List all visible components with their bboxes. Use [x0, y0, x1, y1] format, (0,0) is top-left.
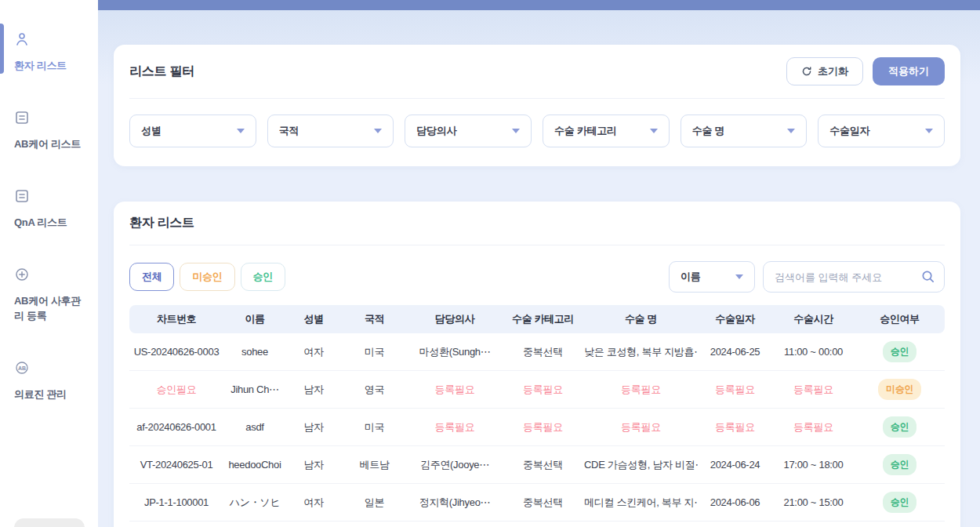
patient-list-title: 환자 리스트: [129, 215, 194, 231]
table-cell: 11:00 ~ 00:00: [772, 346, 855, 358]
table-cell: 남자: [286, 420, 341, 434]
table-cell: US-20240626-0003: [129, 346, 223, 358]
table-cell: asdf: [223, 421, 286, 433]
table-cell: 미국: [341, 345, 408, 359]
filter-dropdown-row: 성별국적담당의사수술 카테고리수술 명수술일자: [129, 99, 945, 166]
table-cell: 김주연(Jooye⋯: [408, 458, 502, 472]
table-row[interactable]: JP-1-1-100001ハン・ソヒ여자일본정지혁(Jihyeo⋯중복선택메디컬…: [129, 484, 945, 522]
sidebar-item-abcare-aftercare-register[interactable]: AB케어 사후관리 등록: [14, 267, 90, 325]
chevron-down-icon: [787, 129, 795, 133]
list-icon: [14, 110, 90, 129]
table-cell: 2024-06-06: [698, 496, 772, 508]
table-cell: 낮은 코성형, 복부 지방흡⋯: [584, 345, 698, 359]
dropdown-label: 수술일자: [829, 124, 869, 138]
svg-text:AB: AB: [18, 365, 26, 371]
sidebar: 환자 리스트 AB케어 리스트 QnA 리스트 AB케어 사후관리 등록 AB …: [0, 0, 98, 527]
dropdown-label: 담당의사: [416, 124, 456, 138]
table-cell: sohee: [223, 346, 286, 358]
table-cell: 2024-06-24: [698, 459, 772, 471]
table-cell: 남자: [286, 383, 341, 397]
table-cell: 등록필요: [698, 420, 772, 434]
filter-dropdown[interactable]: 수술일자: [818, 114, 945, 147]
column-header: 국적: [341, 312, 408, 326]
table-cell: CDE 가슴성형, 남자 비절⋯: [584, 458, 698, 472]
table-cell: 등록필요: [584, 383, 698, 397]
search-field-dropdown[interactable]: 이름: [669, 261, 755, 293]
plus-circle-icon: [14, 267, 90, 285]
filter-dropdown[interactable]: 성별: [129, 114, 256, 147]
dropdown-label: 국적: [279, 124, 299, 138]
table-cell: 등록필요: [502, 420, 584, 434]
table-row[interactable]: af-20240626-0001asdf남자미국등록필요등록필요등록필요등록필요…: [129, 409, 945, 446]
table-row[interactable]: US-20240626-0003sohee여자미국마성환(Sungh⋯중복선택낮…: [129, 333, 945, 371]
table-cell: JP-1-1-100001: [129, 496, 223, 508]
status-chip-warning[interactable]: 미승인: [180, 263, 234, 291]
table-cell: af-20240626-0001: [129, 421, 223, 433]
column-header: 차트번호: [129, 312, 223, 326]
table-cell: heedooChoi: [223, 459, 286, 471]
table-cell: 여자: [286, 345, 341, 359]
refresh-icon: [801, 66, 812, 77]
sidebar-item-qna-list[interactable]: QnA 리스트: [14, 188, 90, 231]
active-indicator: [0, 24, 4, 74]
table-cell: 마성환(Sungh⋯: [408, 345, 502, 359]
ab-logo-icon: AB: [14, 360, 90, 379]
table-cell: 정지혁(Jihyeo⋯: [408, 496, 502, 510]
column-header: 성별: [286, 312, 341, 326]
list-toolbar: 전체미승인승인 이름: [129, 261, 945, 293]
table-cell-approval: 승인: [855, 341, 945, 362]
table-cell-approval: 승인: [855, 454, 945, 475]
search-icon[interactable]: [920, 269, 935, 287]
table-cell: 등록필요: [408, 420, 502, 434]
column-header: 이름: [223, 312, 286, 326]
status-badge: 미승인: [878, 379, 921, 400]
column-header: 수술 명: [584, 312, 698, 326]
table-cell: 17:00 ~ 18:00: [772, 459, 855, 471]
filter-dropdown[interactable]: 국적: [267, 114, 394, 147]
column-header: 담당의사: [408, 312, 502, 326]
column-header: 수술시간: [772, 312, 855, 326]
table-cell: 21:00 ~ 15:00: [772, 496, 855, 508]
table-cell: 중복선택: [502, 496, 584, 510]
table-body: US-20240626-0003sohee여자미국마성환(Sungh⋯중복선택낮…: [129, 333, 945, 522]
top-bar: [98, 0, 980, 10]
reset-button[interactable]: 초기화: [786, 57, 863, 85]
table-cell-approval: 승인: [855, 492, 945, 513]
search-field-label: 이름: [681, 270, 700, 284]
table-cell-approval: 미승인: [855, 379, 945, 400]
filter-dropdown[interactable]: 수술 카테고리: [543, 114, 670, 147]
table-row[interactable]: VT-20240625-01heedooChoi남자베트남김주연(Jooye⋯중…: [129, 446, 945, 484]
main-content: 리스트 필터 초기화 적용하기 성별국적담당의사수술 카테고리수술 명수술일자 …: [98, 10, 980, 527]
apply-button[interactable]: 적용하기: [873, 57, 945, 85]
bottom-left-panel[interactable]: [14, 518, 85, 527]
status-chip-primary[interactable]: 전체: [129, 263, 174, 291]
filter-dropdown[interactable]: 담당의사: [405, 114, 532, 147]
filter-dropdown[interactable]: 수술 명: [681, 114, 808, 147]
table-cell: 등록필요: [698, 383, 772, 397]
column-header: 수술일자: [698, 312, 772, 326]
table-row[interactable]: 승인필요Jihun Ch⋯남자영국등록필요등록필요등록필요등록필요등록필요미승인: [129, 371, 945, 409]
filter-card-title: 리스트 필터: [129, 64, 194, 80]
status-badge: 승인: [883, 341, 916, 362]
chevron-down-icon: [925, 129, 933, 133]
sidebar-item-medical-staff[interactable]: AB 의료진 관리: [14, 360, 90, 402]
table-cell: 등록필요: [584, 420, 698, 434]
chevron-down-icon: [650, 129, 658, 133]
table-cell: 등록필요: [772, 383, 855, 397]
table-cell: 미국: [341, 420, 408, 434]
status-badge: 승인: [883, 454, 916, 475]
search-input[interactable]: [763, 261, 945, 293]
table-cell: 중복선택: [502, 458, 584, 472]
list-icon: [14, 188, 90, 207]
sidebar-item-patient-list[interactable]: 환자 리스트: [14, 31, 90, 74]
table-cell-approval: 승인: [855, 416, 945, 438]
reset-button-label: 초기화: [818, 64, 848, 78]
table-cell: 등록필요: [772, 420, 855, 434]
table-header-row: 차트번호이름성별국적담당의사수술 카테고리수술 명수술일자수술시간승인여부: [129, 305, 945, 333]
table-cell: 일본: [341, 496, 408, 510]
status-chip-success[interactable]: 승인: [241, 263, 285, 291]
dropdown-label: 수술 카테고리: [554, 124, 617, 138]
table-cell: 등록필요: [408, 383, 502, 397]
patient-list-card: 환자 리스트 전체미승인승인 이름 차트번호이름성별국적담당의사수술 카테고리수…: [114, 202, 960, 527]
sidebar-item-abcare-list[interactable]: AB케어 리스트: [14, 110, 90, 152]
